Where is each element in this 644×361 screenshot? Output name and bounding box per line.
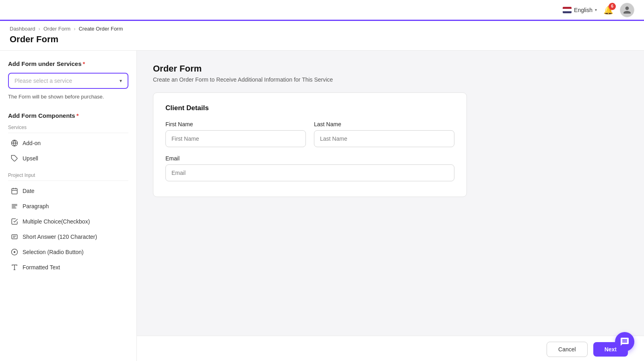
- component-short-answer[interactable]: Short Answer (120 Character): [8, 229, 128, 244]
- selection-radio-label: Selection (Radio Button): [23, 249, 84, 255]
- page-header: Dashboard › Order Form › Create Order Fo…: [0, 21, 644, 51]
- cancel-button[interactable]: Cancel: [547, 342, 588, 357]
- avatar-icon: [623, 6, 632, 14]
- component-formatted-text[interactable]: Formatted Text: [8, 260, 128, 275]
- dropdown-arrow-icon: ▾: [120, 78, 122, 84]
- client-details-title: Client Details: [165, 104, 454, 112]
- chat-icon: [620, 337, 630, 347]
- date-label: Date: [23, 188, 35, 194]
- tag-icon: [10, 154, 19, 162]
- form-section-title: Order Form: [153, 64, 628, 74]
- form-section-header: Order Form Create an Order Form to Recei…: [153, 64, 628, 83]
- svg-rect-11: [12, 234, 17, 239]
- multiple-choice-label: Multiple Choice(Checkbox): [23, 218, 90, 225]
- component-selection-radio[interactable]: Selection (Radio Button): [8, 244, 128, 260]
- topbar: English ▾ 🔔 6: [0, 0, 644, 21]
- component-upsell[interactable]: Upsell: [8, 151, 128, 166]
- first-name-input[interactable]: [165, 130, 306, 147]
- first-name-label: First Name: [165, 121, 306, 127]
- paragraph-icon: [10, 202, 19, 210]
- add-components-section-title: Add Form Components*: [8, 112, 128, 119]
- bottom-action-bar: Cancel Next: [137, 336, 644, 361]
- form-card: Client Details First Name Last Name Emai…: [153, 92, 467, 197]
- category-services: Services: [8, 125, 128, 133]
- upsell-label: Upsell: [23, 155, 38, 162]
- notification-bell[interactable]: 🔔 6: [603, 5, 613, 15]
- calendar-icon: [10, 187, 19, 195]
- form-section-desc: Create an Order Form to Receive Addition…: [153, 76, 628, 83]
- last-name-field: Last Name: [314, 121, 454, 147]
- chat-bubble-button[interactable]: [615, 332, 634, 351]
- component-addon[interactable]: Add-on: [8, 135, 128, 151]
- radio-icon: [10, 248, 19, 256]
- email-input[interactable]: [165, 164, 454, 181]
- chevron-down-icon: ▾: [595, 8, 597, 12]
- globe-icon: [10, 139, 19, 147]
- breadcrumb-current: Create Order Form: [78, 26, 123, 32]
- language-label: English: [574, 7, 592, 13]
- paragraph-label: Paragraph: [23, 203, 49, 209]
- form-preview-area: Order Form Create an Order Form to Recei…: [137, 51, 644, 336]
- right-panel: Order Form Create an Order Form to Recei…: [137, 51, 644, 361]
- breadcrumb-order-form[interactable]: Order Form: [43, 26, 70, 32]
- component-paragraph[interactable]: Paragraph: [8, 199, 128, 214]
- short-answer-label: Short Answer (120 Character): [23, 234, 97, 240]
- category-project-input: Project Input: [8, 172, 128, 181]
- user-avatar[interactable]: [620, 3, 634, 17]
- component-multiple-choice[interactable]: Multiple Choice(Checkbox): [8, 214, 128, 229]
- flag-icon: [563, 7, 572, 13]
- component-date[interactable]: Date: [8, 183, 128, 199]
- first-name-field: First Name: [165, 121, 306, 147]
- language-selector[interactable]: English ▾: [563, 7, 597, 13]
- svg-rect-3: [12, 189, 17, 194]
- email-field: Email: [165, 155, 454, 181]
- sidebar: Add Form under Services* Please select a…: [0, 51, 137, 361]
- service-select-placeholder: Please select a service: [14, 78, 72, 84]
- addon-label: Add-on: [23, 140, 41, 146]
- add-form-section-title: Add Form under Services*: [8, 60, 128, 67]
- last-name-input[interactable]: [314, 130, 454, 147]
- notification-badge: 6: [609, 3, 616, 10]
- short-text-icon: [10, 233, 19, 241]
- breadcrumb: Dashboard › Order Form › Create Order Fo…: [10, 26, 634, 32]
- checkbox-icon: [10, 217, 19, 226]
- formatted-text-icon: [10, 263, 19, 271]
- formatted-text-label: Formatted Text: [23, 264, 60, 271]
- breadcrumb-sep-1: ›: [39, 26, 40, 32]
- page-title: Order Form: [10, 34, 634, 45]
- name-row: First Name Last Name: [165, 121, 454, 147]
- breadcrumb-sep-2: ›: [74, 26, 75, 32]
- breadcrumb-dashboard[interactable]: Dashboard: [10, 26, 35, 32]
- svg-point-15: [14, 251, 16, 253]
- email-label: Email: [165, 155, 454, 162]
- last-name-label: Last Name: [314, 121, 454, 127]
- main-content: Add Form under Services* Please select a…: [0, 51, 644, 361]
- helper-text: The Form will be shown before purchase.: [8, 93, 128, 101]
- service-select-dropdown[interactable]: Please select a service ▾: [8, 73, 128, 89]
